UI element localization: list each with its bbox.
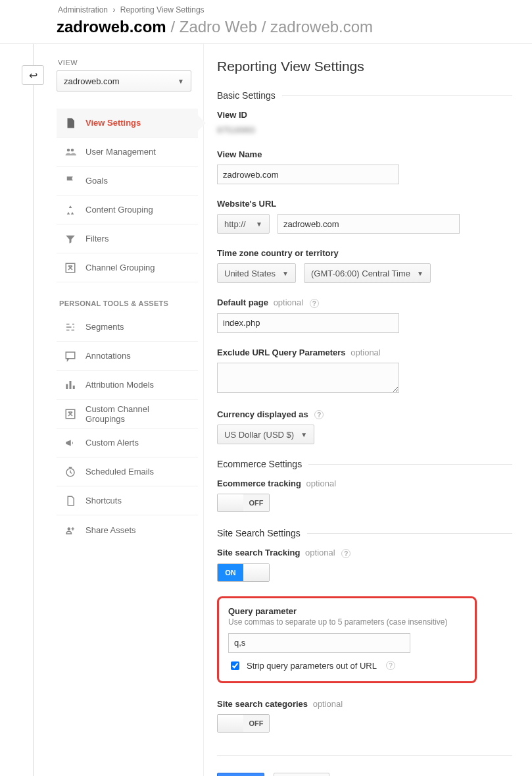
query-parameter-input[interactable] [228,633,410,653]
sidebar-item-custom-alerts[interactable]: Custom Alerts [57,428,198,457]
query-parameter-hint: Use commas to separate up to 5 parameter… [228,617,466,627]
sidebar-item-segments[interactable]: Segments [57,313,198,342]
breadcrumb: Administration › Reporting View Settings [0,0,532,17]
default-page-label-text: Default page [217,297,268,307]
url-protocol-dropdown[interactable]: http:// ▼ [217,214,270,234]
svg-point-9 [68,527,71,530]
annotation-icon [64,350,76,362]
website-url-input[interactable] [278,214,460,234]
back-button[interactable]: ↩ [22,65,44,85]
filter-icon [64,233,76,245]
sidebar-item-shortcuts[interactable]: Shortcuts [57,486,198,515]
help-icon[interactable]: ? [314,410,324,419]
svg-point-1 [71,148,74,151]
timezone-zone-value: (GMT-06:00) Central Time [311,269,410,278]
sidebar-item-label: Scheduled Emails [85,467,154,477]
section-rule [308,464,512,465]
site-search-tracking-toggle[interactable]: ON [217,563,270,582]
ecommerce-tracking-label-text: Ecommerce tracking [217,479,301,488]
sidebar-item-share-assets[interactable]: Share Assets [57,515,198,544]
svg-rect-4 [66,384,68,389]
sidebar-item-label: Annotations [85,351,131,361]
view-name-input[interactable] [217,165,399,184]
toggle-handle [218,494,243,511]
timezone-country-dropdown[interactable]: United States ▼ [217,263,296,283]
field-site-search-tracking: Site search Tracking optional ? ON [217,548,512,582]
sidebar-item-label: Goals [85,176,108,186]
field-exclude-query-params: Exclude URL Query Parameters optional [217,348,512,395]
megaphone-icon [64,437,76,449]
toggle-off-label: OFF [243,715,269,732]
currency-value: US Dollar (USD $) [224,430,294,440]
header-sep-1: / [170,18,179,36]
sidebar-item-filters[interactable]: Filters [57,224,198,253]
query-parameter-label: Query parameter [228,606,466,616]
view-id-label: View ID [217,110,512,120]
section-rule [307,533,512,534]
clock-icon [64,466,76,478]
help-icon[interactable]: ? [341,549,351,558]
sidebar-item-view-settings[interactable]: View Settings [57,109,198,138]
help-icon[interactable]: ? [310,299,319,308]
field-ecommerce-tracking: Ecommerce tracking optional OFF [217,479,512,513]
section-basic-settings: Basic Settings [217,90,512,101]
strip-query-params-checkbox[interactable] [231,661,239,670]
channel-icon [64,262,76,274]
breadcrumb-admin[interactable]: Administration [58,5,108,14]
sidebar-item-goals[interactable]: Goals [57,167,198,195]
sidebar-item-channel-grouping[interactable]: Channel Grouping [57,253,198,282]
field-view-id: View ID 87516993 [217,110,512,135]
timezone-zone-dropdown[interactable]: (GMT-06:00) Central Time ▼ [304,263,431,283]
sidebar-item-annotations[interactable]: Annotations [57,342,198,371]
svg-point-0 [67,148,70,151]
sidebar-item-label: Custom Alerts [85,438,139,448]
nav-tools: Segments Annotations Attribution Models … [57,313,198,544]
svg-rect-5 [70,381,72,389]
bars-icon [64,379,76,391]
sidebar-item-attribution-models[interactable]: Attribution Models [57,371,198,400]
exclude-params-label-text: Exclude URL Query Parameters [217,348,346,357]
sidebar-item-scheduled-emails[interactable]: Scheduled Emails [57,457,198,486]
header-account: Zadro Web [180,18,257,36]
currency-label-text: Currency displayed as [217,409,308,419]
ecommerce-tracking-toggle[interactable]: OFF [217,494,270,512]
header-domain: zadroweb.com [57,18,166,36]
site-search-tracking-label: Site search Tracking optional ? [217,548,512,558]
channel-icon [64,408,76,420]
view-name-label: View Name [217,149,512,159]
ecommerce-tracking-label: Ecommerce tracking optional [217,479,512,488]
form-divider [217,755,512,756]
optional-label: optional [351,348,381,357]
form-actions: Save Cancel [217,773,512,776]
timezone-country-value: United States [224,269,276,278]
sidebar-item-label: Filters [85,234,109,244]
main-content: Reporting View Settings Basic Settings V… [204,44,532,776]
cancel-button[interactable]: Cancel [274,773,329,776]
save-button[interactable]: Save [217,773,264,776]
page-title: Reporting View Settings [217,59,512,74]
website-url-label: Website's URL [217,199,512,209]
field-site-search-categories: Site search categories optional OFF [217,699,512,734]
section-label: Site Search Settings [217,528,307,538]
sidebar-item-label: User Management [85,147,156,157]
help-icon[interactable]: ? [386,661,395,670]
flag-icon [64,175,76,187]
sidebar-item-label: Custom Channel Groupings [85,404,190,424]
caret-down-icon: ▼ [178,78,184,85]
default-page-input[interactable] [217,313,399,333]
field-timezone: Time zone country or territory United St… [217,248,512,283]
currency-dropdown[interactable]: US Dollar (USD $) ▼ [217,425,314,444]
sidebar-item-content-grouping[interactable]: Content Grouping [57,195,198,224]
view-selector[interactable]: zadroweb.com ▼ [57,70,191,91]
sidebar-item-custom-channel-groupings[interactable]: Custom Channel Groupings [57,400,198,428]
sidebar-item-user-management[interactable]: User Management [57,138,198,167]
caret-down-icon: ▼ [282,270,289,277]
breadcrumb-current: Reporting View Settings [120,5,205,14]
field-website-url: Website's URL http:// ▼ [217,199,512,234]
sidebar-item-label: Segments [85,322,124,332]
view-selector-value: zadroweb.com [64,76,120,86]
toggle-off-label: OFF [243,494,269,511]
exclude-params-textarea[interactable] [217,363,399,393]
svg-rect-3 [66,352,75,359]
site-search-categories-toggle[interactable]: OFF [217,714,270,733]
